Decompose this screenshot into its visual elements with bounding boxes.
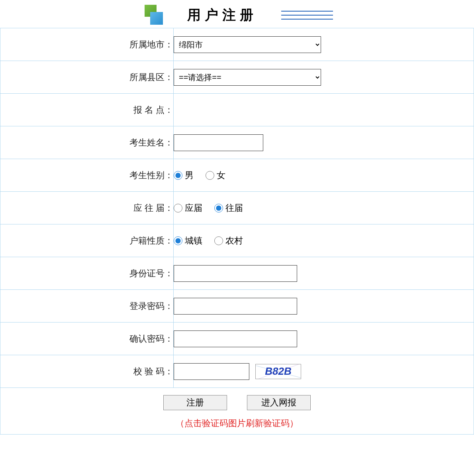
city-label: 所属地市： xyxy=(0,28,174,61)
district-select[interactable]: ==请选择== xyxy=(174,69,321,86)
residence-urban-radio[interactable] xyxy=(174,236,182,245)
page-header: 用户注册 xyxy=(0,0,474,28)
captcha-input[interactable] xyxy=(174,363,249,380)
gender-label: 考生性别： xyxy=(0,159,174,192)
enter-button[interactable]: 进入网报 xyxy=(247,395,311,410)
registration-form: 所属地市： 绵阳市 所属县区： ==请选择== 报 名 点： 考生姓名： xyxy=(0,28,474,435)
residence-rural-radio[interactable] xyxy=(214,236,223,245)
confirm-password-input[interactable] xyxy=(174,330,297,347)
residence-urban-label[interactable]: 城镇 xyxy=(185,235,202,247)
gender-female-label[interactable]: 女 xyxy=(217,169,225,181)
city-select[interactable]: 绵阳市 xyxy=(174,36,321,53)
graduate-previous-radio[interactable] xyxy=(214,204,223,212)
password-label: 登录密码： xyxy=(0,290,174,323)
student-name-input[interactable] xyxy=(174,134,263,151)
captcha-hint: （点击验证码图片刷新验证码） xyxy=(0,417,474,429)
district-label: 所属县区： xyxy=(0,61,174,94)
captcha-label: 校 验 码： xyxy=(0,355,174,388)
graduate-previous-label[interactable]: 往届 xyxy=(225,202,243,214)
graduate-current-label[interactable]: 应届 xyxy=(185,202,202,214)
logo-icon xyxy=(141,4,163,26)
id-number-input[interactable] xyxy=(174,265,297,282)
header-decoration xyxy=(281,11,333,20)
residence-rural-label[interactable]: 农村 xyxy=(225,235,243,247)
confirm-password-label: 确认密码： xyxy=(0,323,174,355)
id-number-label: 身份证号： xyxy=(0,257,174,290)
gender-male-label[interactable]: 男 xyxy=(185,169,194,181)
graduate-status-label: 应 往 届： xyxy=(0,192,174,224)
password-input[interactable] xyxy=(174,298,297,315)
gender-male-radio[interactable] xyxy=(174,171,182,180)
residence-type-label: 户籍性质： xyxy=(0,224,174,257)
registration-point-label: 报 名 点： xyxy=(0,94,174,126)
register-button[interactable]: 注册 xyxy=(163,395,227,410)
page-title: 用户注册 xyxy=(187,6,257,24)
graduate-current-radio[interactable] xyxy=(174,204,182,212)
gender-female-radio[interactable] xyxy=(206,171,214,180)
captcha-image[interactable]: B82B xyxy=(255,364,301,379)
student-name-label: 考生姓名： xyxy=(0,126,174,159)
registration-point-cell xyxy=(174,94,474,126)
